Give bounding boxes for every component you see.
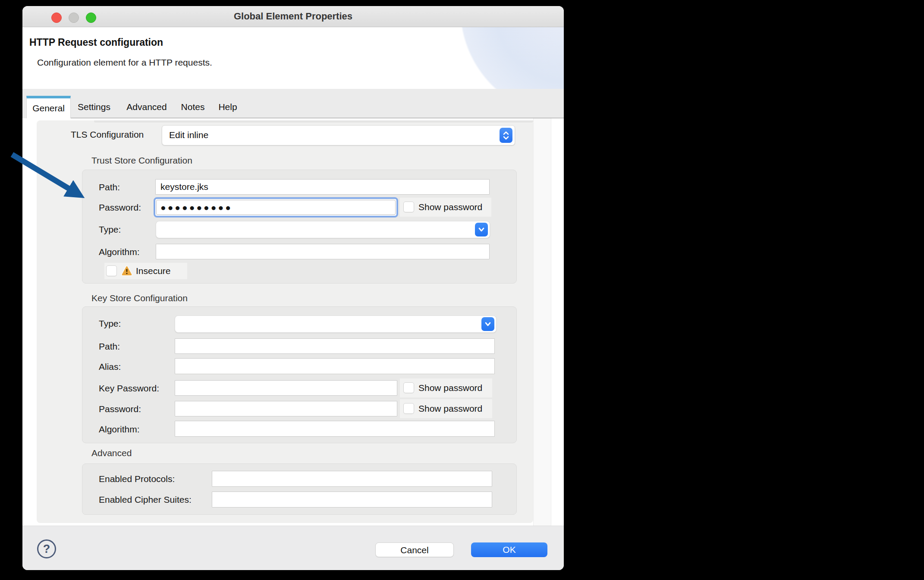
dialog-header: HTTP Request configuration Configuration… — [22, 27, 564, 89]
insecure-checkbox[interactable] — [106, 265, 117, 276]
key-store-section-title: Key Store Configuration — [91, 293, 188, 303]
tls-configuration-dropdown[interactable]: Edit inline — [162, 125, 515, 145]
key-password-label: Key Password: — [99, 381, 159, 395]
tls-configuration-value: Edit inline — [169, 126, 208, 144]
trust-store-password-input[interactable] — [156, 200, 396, 215]
trust-show-password-label: Show password — [418, 198, 482, 217]
tls-configuration-label: TLS Configuration — [71, 128, 144, 142]
trust-type-label: Type: — [99, 223, 121, 236]
tab-content: TLS Configuration Edit inline Trust Stor… — [22, 118, 564, 526]
trust-path-label: Path: — [99, 180, 120, 194]
enabled-cipher-suites-label: Enabled Cipher Suites: — [99, 493, 192, 507]
key-show-password-group: Show password — [400, 378, 492, 397]
key-show-password2-checkbox[interactable] — [403, 403, 414, 414]
key-algorithm-label: Algorithm: — [99, 422, 140, 436]
tab-bar: General Settings Advanced Notes Help — [22, 89, 564, 118]
page-subtitle: Configuration element for a HTTP request… — [37, 57, 212, 68]
enabled-protocols-label: Enabled Protocols: — [99, 472, 175, 486]
trust-store-section-title: Trust Store Configuration — [91, 155, 192, 166]
key-alias-label: Alias: — [99, 360, 121, 374]
advanced-section-title: Advanced — [91, 448, 132, 458]
ok-button[interactable]: OK — [471, 542, 547, 557]
key-type-dropdown-button[interactable] — [481, 317, 494, 331]
key-type-label: Type: — [99, 317, 121, 331]
key-store-path-field[interactable] — [175, 338, 495, 354]
button-bar: ? Cancel OK — [22, 526, 564, 570]
trust-show-password-group: Show password — [400, 198, 491, 217]
tab-general[interactable]: General — [26, 96, 71, 121]
trust-store-path-field[interactable] — [155, 179, 490, 195]
page-title: HTTP Request configuration — [29, 37, 163, 48]
tls-form: TLS Configuration Edit inline Trust Stor… — [37, 120, 533, 523]
decorative-swirl — [434, 27, 564, 89]
tab-settings[interactable]: Settings — [75, 96, 113, 118]
trust-store-groupbox: Path: Password: Show password Type: — [82, 170, 517, 284]
insecure-group: Insecure — [104, 263, 187, 279]
trust-algorithm-label: Algorithm: — [99, 245, 140, 259]
enabled-cipher-suites-field[interactable] — [212, 492, 492, 508]
warning-icon — [121, 265, 133, 277]
tab-notes[interactable]: Notes — [179, 96, 207, 118]
chevron-up-down-icon — [503, 130, 509, 141]
tab-advanced[interactable]: Advanced — [124, 96, 169, 118]
screen: Global Element Properties HTTP Request c… — [0, 0, 924, 580]
key-show-password-checkbox[interactable] — [403, 382, 414, 393]
trust-store-type-combo[interactable] — [156, 221, 490, 238]
key-store-password-field[interactable] — [175, 401, 397, 416]
key-store-type-combo[interactable] — [175, 315, 497, 333]
chevron-down-icon — [484, 322, 491, 327]
trust-store-algorithm-field[interactable] — [156, 244, 490, 259]
key-store-groupbox: Type: Path: Alias: Key Password: — [82, 306, 517, 443]
key-path-label: Path: — [99, 340, 120, 353]
window-title: Global Element Properties — [22, 6, 564, 27]
key-store-algorithm-field[interactable] — [175, 421, 495, 437]
key-store-alias-field[interactable] — [175, 358, 495, 374]
trust-type-dropdown-button[interactable] — [475, 223, 488, 236]
advanced-groupbox: Enabled Protocols: Enabled Cipher Suites… — [82, 463, 517, 515]
global-element-properties-dialog: Global Element Properties HTTP Request c… — [22, 6, 564, 570]
scrolled-field-edge — [94, 120, 533, 123]
enabled-protocols-field[interactable] — [212, 471, 492, 487]
chevron-down-icon — [478, 227, 485, 232]
tab-help[interactable]: Help — [217, 96, 239, 118]
key-store-key-password-field[interactable] — [175, 380, 397, 396]
key-show-password2-group: Show password — [400, 399, 492, 418]
key-show-password2-label: Show password — [418, 399, 482, 418]
trust-password-label: Password: — [99, 201, 141, 214]
trust-store-password-field[interactable] — [154, 197, 398, 218]
popup-stepper-button[interactable] — [500, 128, 512, 143]
insecure-label: Insecure — [136, 263, 171, 279]
key-show-password-label: Show password — [418, 378, 482, 397]
cancel-button[interactable]: Cancel — [375, 542, 454, 557]
title-bar: Global Element Properties — [22, 6, 564, 27]
scrollbar-track[interactable] — [533, 118, 551, 526]
key-password2-label: Password: — [99, 402, 141, 416]
help-button[interactable]: ? — [37, 539, 56, 558]
trust-show-password-checkbox[interactable] — [403, 202, 414, 212]
